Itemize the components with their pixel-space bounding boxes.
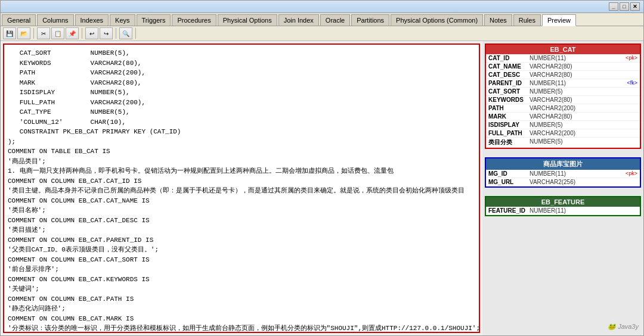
tab-triggers[interactable]: Triggers (137, 14, 171, 26)
tab-notes[interactable]: Notes (484, 14, 512, 26)
er-table-1: 商品库宝图片MG_IDNUMBER(11)<pk>MG_URLVARCHAR2(… (485, 157, 641, 188)
code-line: COMMENT ON COLUMN EB_CAT.CAT_ID IS (8, 176, 475, 186)
er-column-row: MG_URLVARCHAR2(256) (486, 178, 640, 186)
er-column-type: VARCHAR2(80) (530, 71, 637, 78)
tab-oracle[interactable]: Oracle (320, 14, 350, 26)
code-line: CONSTRAINT PK_EB_CAT PRIMARY KEY (CAT_ID… (8, 127, 475, 137)
er-column-name: FEATURE_ID (488, 207, 527, 214)
cut-button[interactable]: ✂ (37, 27, 50, 39)
er-column-row: CAT_IDNUMBER(11)<pk> (486, 54, 640, 63)
save-button[interactable]: 💾 (3, 27, 16, 39)
tab-join-index[interactable]: Join Index (278, 14, 319, 26)
er-column-type: VARCHAR2(256) (530, 179, 637, 185)
er-column-type: NUMBER(11) (530, 170, 626, 177)
code-line: COMMENT ON COLUMN EB_CAT.KEYWORDS IS (8, 275, 475, 285)
er-column-type: NUMBER(11) (530, 55, 626, 61)
er-column-name: PATH (488, 105, 527, 111)
code-line: '类目描述'; (8, 225, 475, 235)
tab-bar: GeneralColumnsIndexesKeysTriggersProcedu… (1, 13, 643, 26)
er-column-name: FULL_PATH (488, 130, 527, 136)
er-column-name: MG_URL (488, 179, 527, 185)
code-line: '类目主键。商品本身并不记录自己所属的商品种类（即：是属于手机还是号卡），而是通… (8, 186, 475, 196)
redo-button[interactable]: ↪ (100, 27, 113, 39)
tab-procedures[interactable]: Procedures (172, 14, 216, 26)
code-line: CAT_SORT NUMBER(5), (8, 48, 475, 58)
code-line: COMMENT ON COLUMN EB_CAT.MARK IS (8, 314, 475, 324)
er-diagram-panel: EB_CATCAT_IDNUMBER(11)<pk>CAT_NAMEVARCHA… (482, 41, 643, 335)
maximize-button[interactable]: □ (620, 2, 629, 11)
er-column-type: NUMBER(11) (530, 207, 637, 214)
tab-preview[interactable]: Preview (542, 14, 576, 26)
tab-physical-options[interactable]: Physical Options (218, 14, 277, 26)
code-line: COMMENT ON COLUMN EB_CAT.PARENT_ID IS (8, 235, 475, 245)
main-content: CAT_SORT NUMBER(5), KEYWORDS VARCHAR2(80… (1, 41, 643, 335)
code-line: '类目名称'; (8, 206, 475, 216)
er-column-name: ISDISPLAY (488, 122, 527, 128)
tab-columns[interactable]: Columns (37, 14, 73, 26)
code-line: COMMENT ON TABLE EB_CAT IS (8, 147, 475, 157)
separator-1 (33, 28, 34, 39)
er-column-name: PARENT_ID (488, 80, 527, 86)
er-column-row: CAT_DESCVARCHAR2(80) (486, 71, 640, 79)
er-column-type: VARCHAR2(80) (530, 63, 637, 70)
er-column-name: CAT_SORT (488, 88, 527, 95)
code-line: '分类标识：该分类的唯一标识，用于分类路径和模板标识，如用于生成前台静态页面，例… (8, 323, 475, 333)
search-button[interactable]: 🔍 (119, 27, 132, 39)
code-line: COMMENT ON COLUMN EB_CAT.CAT_DESC IS (8, 216, 475, 226)
er-column-row: 类目分类NUMBER(5) (486, 138, 640, 148)
close-button[interactable]: ✕ (630, 2, 640, 11)
code-line: '关键词'; (8, 284, 475, 294)
separator-3 (116, 28, 116, 39)
code-line: FULL_PATH VARCHAR2(200), (8, 98, 475, 108)
er-column-name: MG_ID (488, 170, 527, 177)
code-line: '前台显示排序'; (8, 265, 475, 275)
code-line: COMMENT ON COLUMN EB_CAT.PATH IS (8, 294, 475, 304)
code-editor[interactable]: CAT_SORT NUMBER(5), KEYWORDS VARCHAR2(80… (3, 43, 480, 333)
toolbar: 💾 📂 ✂ 📋 📌 ↩ ↪ 🔍 (1, 26, 643, 41)
er-column-row: ISDISPLAYNUMBER(5) (486, 121, 640, 129)
er-column-name: MARK (488, 113, 527, 120)
er-column-row: CAT_NAMEVARCHAR2(80) (486, 63, 640, 71)
tab-partitions[interactable]: Partitions (351, 14, 389, 26)
er-column-name: 类目分类 (488, 138, 527, 147)
er-column-row: PARENT_IDNUMBER(11)<fk> (486, 79, 640, 88)
er-column-name: CAT_DESC (488, 71, 527, 78)
minimize-button[interactable]: _ (609, 2, 618, 11)
separator-4 (135, 28, 136, 39)
er-column-name: KEYWORDS (488, 97, 527, 103)
er-column-type: VARCHAR2(200) (530, 130, 637, 136)
er-column-row: CAT_SORTNUMBER(5) (486, 88, 640, 96)
tab-keys[interactable]: Keys (110, 14, 135, 26)
open-button[interactable]: 📂 (17, 27, 30, 39)
copy-button[interactable]: 📋 (51, 27, 64, 39)
er-column-tag: <fk> (627, 80, 637, 86)
er-column-type: VARCHAR2(80) (530, 113, 637, 120)
tab-general[interactable]: General (2, 14, 36, 26)
code-line: COMMENT ON COLUMN EB_CAT.CAT_NAME IS (8, 196, 475, 206)
er-column-name: CAT_NAME (488, 63, 527, 70)
er-column-row: MG_IDNUMBER(11)<pk> (486, 170, 640, 178)
er-column-row: MARKVARCHAR2(80) (486, 113, 640, 121)
paste-button[interactable]: 📌 (66, 27, 79, 39)
er-column-type: NUMBER(5) (530, 88, 637, 95)
title-bar: _ □ ✕ (1, 1, 643, 13)
er-column-type: VARCHAR2(200) (530, 105, 637, 111)
undo-button[interactable]: ↩ (85, 27, 98, 39)
er-column-name: CAT_ID (488, 55, 527, 61)
code-line: '静态化访问路径'; (8, 304, 475, 314)
code-line: 1. 电商一期只支持两种商品，即手机和号卡。促销活动为一种规则配置到上述两种商品… (8, 166, 475, 176)
code-line: '商品类目'; (8, 157, 475, 167)
main-window: _ □ ✕ GeneralColumnsIndexesKeysTriggersP… (0, 0, 644, 336)
tab-rules[interactable]: Rules (513, 14, 541, 26)
tab-physical-options-common[interactable]: Physical Options (Common) (391, 14, 483, 26)
tab-indexes[interactable]: Indexes (75, 14, 109, 26)
er-table-2: EB_FEATUREFEATURE_IDNUMBER(11) (485, 196, 641, 216)
er-column-tag: <pk> (626, 55, 637, 61)
code-line: ISDISPLAY NUMBER(5), (8, 88, 475, 98)
er-table-header-1: 商品库宝图片 (486, 158, 640, 170)
er-column-type: NUMBER(11) (530, 80, 627, 86)
er-column-row: PATHVARCHAR2(200) (486, 104, 640, 113)
code-line: MARK VARCHAR2(80), (8, 78, 475, 88)
separator-2 (82, 28, 82, 39)
er-column-type: VARCHAR2(80) (530, 97, 637, 103)
